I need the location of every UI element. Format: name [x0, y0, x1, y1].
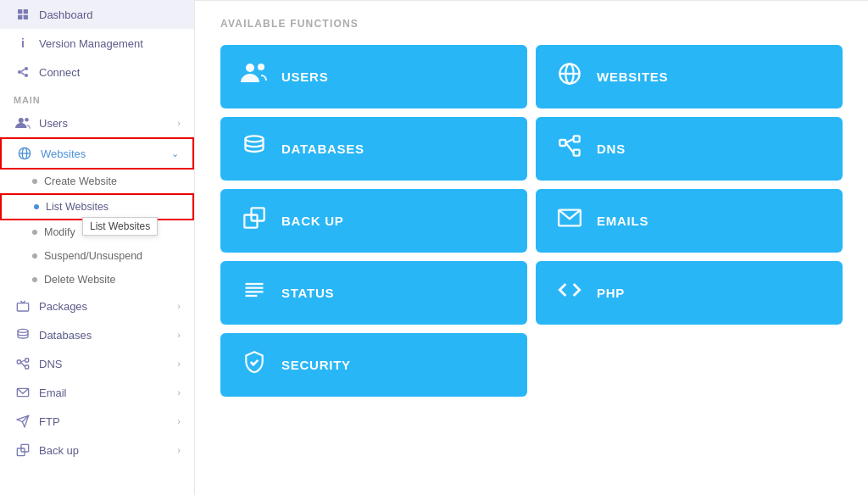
- users-chevron-icon: ›: [177, 118, 181, 128]
- function-card-databases[interactable]: DATABASES: [220, 117, 527, 181]
- svg-line-7: [21, 70, 25, 72]
- dot-icon2: [32, 230, 37, 235]
- suspend-label: Suspend/Unsuspend: [44, 250, 142, 262]
- function-card-backup[interactable]: BACK UP: [220, 189, 527, 253]
- list-websites-tooltip: List Websites: [82, 217, 158, 236]
- sidebar-connect-label: Connect: [39, 66, 181, 79]
- card-status-label: STATUS: [281, 286, 334, 300]
- svg-point-4: [18, 70, 21, 74]
- svg-point-25: [246, 64, 254, 72]
- function-card-php[interactable]: PHP: [536, 261, 843, 325]
- ftp-chevron-icon: ›: [177, 416, 181, 426]
- svg-line-34: [565, 139, 573, 143]
- svg-rect-1: [24, 9, 28, 14]
- users-icon: [14, 116, 32, 130]
- packages-icon: [14, 299, 32, 313]
- card-users-label: USERS: [281, 70, 328, 84]
- sidebar-websites-label: Websites: [41, 147, 171, 160]
- svg-point-30: [246, 136, 264, 142]
- card-websites-icon: [556, 62, 583, 92]
- card-security-icon: [241, 350, 268, 380]
- svg-line-35: [565, 143, 573, 153]
- dns-icon: [14, 357, 32, 370]
- backup-chevron-icon: ›: [177, 445, 181, 455]
- card-security-label: SECURITY: [281, 358, 351, 372]
- svg-rect-32: [574, 136, 580, 142]
- sidebar-sub-delete-website[interactable]: Delete Website: [0, 268, 194, 292]
- card-dns-icon: [556, 134, 583, 164]
- card-websites-label: WEBSITES: [597, 70, 668, 84]
- svg-rect-31: [559, 140, 565, 146]
- sidebar-item-backup[interactable]: Back up ›: [0, 436, 194, 464]
- svg-point-9: [19, 118, 24, 123]
- svg-rect-14: [17, 303, 28, 311]
- globe-icon: [15, 147, 34, 160]
- svg-point-26: [258, 64, 264, 70]
- sidebar-item-version-management[interactable]: i Version Management: [0, 29, 194, 58]
- email-chevron-icon: ›: [177, 387, 181, 398]
- svg-rect-16: [17, 360, 20, 364]
- ftp-icon: [14, 414, 32, 428]
- svg-rect-18: [25, 365, 29, 369]
- svg-point-15: [18, 329, 28, 332]
- dot-icon4: [32, 277, 37, 282]
- available-functions-title: AVAILABLE FUNCTIONS: [220, 18, 843, 30]
- email-icon: [14, 386, 32, 399]
- dot-icon: [32, 179, 37, 184]
- svg-line-8: [21, 73, 25, 75]
- sidebar-item-connect[interactable]: Connect: [0, 58, 194, 86]
- sidebar-item-ftp[interactable]: FTP ›: [0, 407, 194, 436]
- sidebar-item-dashboard[interactable]: Dashboard: [0, 0, 194, 29]
- card-databases-icon: [241, 134, 268, 164]
- sidebar-email-label: Email: [39, 387, 177, 399]
- sidebar-item-databases[interactable]: Databases ›: [0, 320, 194, 349]
- svg-point-5: [25, 67, 28, 70]
- sidebar-item-users[interactable]: Users ›: [0, 108, 194, 137]
- svg-line-20: [20, 362, 25, 367]
- svg-point-10: [25, 118, 29, 122]
- card-emails-icon: [556, 208, 583, 234]
- sidebar-packages-label: Packages: [39, 300, 177, 313]
- dashboard-icon: [14, 8, 32, 21]
- sidebar-item-websites[interactable]: Websites ⌄: [0, 137, 194, 170]
- svg-rect-3: [24, 15, 28, 19]
- svg-line-19: [20, 360, 25, 362]
- svg-rect-2: [18, 15, 22, 19]
- info-icon: i: [14, 36, 32, 50]
- connect-icon: [14, 65, 32, 79]
- modify-label: Modify: [44, 226, 75, 238]
- list-websites-label: List Websites: [46, 201, 108, 213]
- sidebar-sub-create-website[interactable]: Create Website: [0, 170, 194, 193]
- sidebar-dashboard-label: Dashboard: [39, 8, 181, 21]
- sidebar-dns-label: DNS: [39, 358, 177, 370]
- card-php-icon: [556, 278, 583, 308]
- backup-icon: [14, 443, 32, 457]
- sidebar-databases-label: Databases: [39, 329, 177, 342]
- sidebar: Dashboard i Version Management Connect M…: [0, 0, 195, 495]
- sidebar-item-email[interactable]: Email ›: [0, 378, 194, 407]
- function-card-status[interactable]: STATUS: [220, 261, 527, 325]
- sidebar-item-packages[interactable]: Packages ›: [0, 292, 194, 320]
- card-backup-icon: [241, 206, 268, 236]
- sidebar-users-label: Users: [39, 117, 177, 130]
- sidebar-sub-list-websites[interactable]: List Websites List Websites: [0, 193, 194, 220]
- card-backup-label: BACK UP: [281, 214, 344, 228]
- svg-point-6: [25, 74, 28, 77]
- function-card-security[interactable]: SECURITY: [220, 333, 527, 397]
- card-databases-label: DATABASES: [281, 142, 364, 156]
- function-card-websites[interactable]: WEBSITES: [536, 45, 843, 108]
- sidebar-backup-label: Back up: [39, 444, 177, 457]
- svg-rect-0: [18, 9, 22, 14]
- packages-chevron-icon: ›: [177, 301, 181, 311]
- sidebar-sub-suspend[interactable]: Suspend/Unsuspend: [0, 244, 194, 268]
- sidebar-ftp-label: FTP: [39, 415, 177, 428]
- dot-active-icon: [34, 204, 39, 209]
- function-card-emails[interactable]: EMAILS: [536, 189, 843, 253]
- functions-grid: USERS WEBSITES DATABASES DNS: [220, 45, 843, 397]
- card-emails-label: EMAILS: [597, 214, 648, 228]
- dot-icon3: [32, 253, 37, 259]
- card-dns-label: DNS: [597, 142, 626, 156]
- function-card-users[interactable]: USERS: [220, 45, 527, 108]
- sidebar-item-dns[interactable]: DNS ›: [0, 349, 194, 378]
- function-card-dns[interactable]: DNS: [536, 117, 843, 181]
